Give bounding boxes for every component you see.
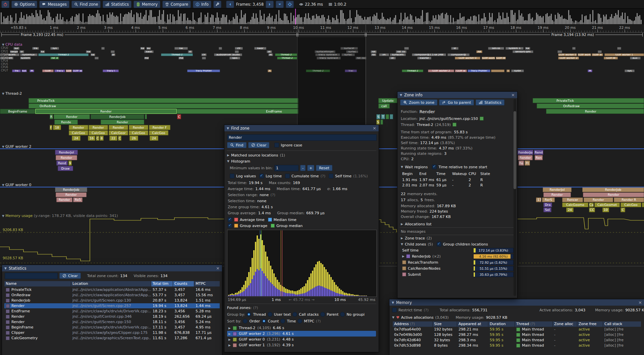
collapse-icon[interactable]: ▼ bbox=[227, 127, 229, 130]
zone-segment[interactable]: Render bbox=[101, 120, 144, 125]
stats-col-header[interactable]: Total tim bbox=[151, 281, 173, 286]
zone-segment[interactable]: C bbox=[96, 136, 99, 141]
zone-segment[interactable] bbox=[380, 120, 383, 125]
found-zone-group[interactable]: ▶GUIF worker 2(3,296)4.61 s bbox=[227, 331, 376, 337]
zone-segment[interactable]: OnRedraw bbox=[29, 103, 299, 108]
zone-segment[interactable]: GUIF w bbox=[592, 53, 603, 56]
zone-segment[interactable]: ka bbox=[40, 50, 45, 53]
radio-order[interactable] bbox=[243, 319, 248, 323]
memory-col-header[interactable]: Appeared at bbox=[457, 321, 488, 327]
zone-segment[interactable]: CalcGeomet bbox=[594, 203, 620, 207]
statistics-table-header[interactable]: NameLocationTotal timCountsMTPC bbox=[4, 281, 220, 286]
cpu-data-header[interactable]: ▼CPU data bbox=[2, 42, 22, 47]
zone-segment[interactable]: GUIF work bbox=[578, 53, 591, 56]
min-bin-input[interactable] bbox=[274, 165, 299, 171]
zone-segment[interactable]: Ca bbox=[589, 203, 594, 207]
zone-segment[interactable]: Render bbox=[54, 114, 90, 119]
zone-segment[interactable]: systemux- bbox=[20, 53, 38, 56]
close-icon[interactable]: × bbox=[216, 266, 220, 270]
zone-segment[interactable] bbox=[145, 114, 147, 119]
zone-segment[interactable] bbox=[111, 50, 115, 53]
thread-header-thread-2[interactable]: ▼Thread-2 bbox=[2, 91, 22, 96]
zone-segment[interactable]: composer@2.1-se [HW bbox=[412, 53, 446, 56]
zone-segment[interactable]: S bbox=[376, 120, 380, 125]
group-children-checkbox[interactable] bbox=[437, 242, 441, 247]
zone-segment[interactable]: Update bbox=[378, 98, 397, 103]
zone-segment[interactable]: Thread-2 bbox=[161, 53, 193, 56]
zone-segment[interactable]: rot_d bbox=[50, 57, 59, 59]
zone-segment[interactable]: GUIF-W bbox=[604, 57, 618, 59]
zone-segment[interactable]: Thread-2 bbox=[38, 53, 89, 56]
zone-segment[interactable]: GUIF wor bbox=[72, 70, 83, 72]
zone-segment[interactable]: Render bbox=[518, 155, 533, 160]
zone-segment[interactable] bbox=[404, 47, 409, 50]
child-zone-row[interactable]: Self time bbox=[402, 248, 419, 253]
table-row[interactable]: PrivateTickjni/../jni/src/claw/applicati… bbox=[4, 287, 220, 292]
table-row[interactable]: RenderJobjni/../jni/src/guif/Screen.cpp:… bbox=[4, 298, 220, 303]
found-zone-group[interactable]: ▶GUIF worker 0(3,231)4.48 s bbox=[227, 337, 376, 342]
child-zone-row[interactable]: Submit bbox=[402, 272, 421, 277]
zone-segment[interactable] bbox=[235, 50, 239, 53]
help-hint[interactable]: (?) bbox=[424, 308, 428, 312]
zone-segment[interactable]: kw bbox=[174, 47, 188, 50]
zone-segment[interactable]: ka bbox=[91, 53, 95, 56]
zone-segment[interactable]: RenderJol bbox=[543, 187, 572, 192]
expand-arrow[interactable]: ▶ bbox=[227, 153, 229, 157]
radio-call-stacks[interactable] bbox=[292, 312, 297, 317]
zone-segment[interactable]: PrivateTick bbox=[533, 98, 644, 103]
zone-segment[interactable]: GUIF worker 0 bbox=[455, 57, 480, 59]
stats-clear-button[interactable]: Clear bbox=[59, 273, 81, 279]
memory-col-header[interactable]: Zone alloc bbox=[553, 321, 577, 327]
table-row[interactable]: BeginFramejni/../jni/src/claw/gfx/drv/vk… bbox=[4, 325, 220, 330]
zone-segment[interactable] bbox=[219, 47, 222, 50]
zone-segment[interactable]: GUIF bbox=[42, 70, 54, 72]
zone-segment[interactable]: Tracy I bbox=[103, 70, 119, 72]
zone-segment[interactable]: RenderJo bbox=[517, 150, 533, 155]
zone-segment[interactable]: kw bbox=[86, 50, 91, 53]
zone-segment[interactable]: CalcGeome bbox=[562, 203, 588, 207]
zone-segment[interactable]: ka bbox=[140, 47, 145, 50]
zone-segment[interactable]: Render bbox=[35, 109, 177, 114]
zone-segment[interactable]: rot bbox=[371, 50, 377, 53]
zone-segment[interactable]: GUIF-W bbox=[496, 57, 506, 59]
wait-table-row[interactable]: 1.91 ms1.97 ms61 μs-2R bbox=[402, 178, 503, 182]
zone-segment[interactable]: et bbox=[268, 53, 273, 56]
zone-segment[interactable]: C bbox=[118, 136, 121, 141]
zone-segment[interactable] bbox=[617, 47, 621, 50]
filter-zones-input[interactable] bbox=[5, 273, 58, 279]
zone-segment[interactable]: aux- bbox=[630, 57, 641, 59]
find-zone-titlebar[interactable]: ▼ Find zone × bbox=[224, 125, 379, 131]
zone-segment[interactable]: CalcGeo bbox=[149, 130, 168, 135]
zone-segment[interactable]: Render bbox=[584, 197, 613, 202]
table-row[interactable]: Renderjni/../jni/src/guif/Screen.cpp:257… bbox=[4, 303, 220, 308]
collapse-arrow[interactable]: ▼ bbox=[401, 242, 403, 246]
collapse-arrow[interactable]: ▼ bbox=[227, 160, 229, 163]
close-icon[interactable]: × bbox=[511, 93, 515, 97]
zone-segment[interactable]: tra bbox=[32, 47, 39, 50]
collapse-arrow[interactable]: ▼ bbox=[392, 316, 394, 319]
zone-segment[interactable] bbox=[202, 57, 206, 59]
zone-segment[interactable] bbox=[557, 50, 562, 53]
close-icon[interactable]: × bbox=[373, 126, 376, 130]
collapse-arrow[interactable]: ▼ bbox=[401, 165, 403, 169]
zone-segment[interactable]: CalcGeo bbox=[69, 130, 88, 135]
memory-col-header[interactable]: Duration bbox=[488, 321, 515, 327]
zone-segment[interactable]: ot bbox=[389, 57, 396, 59]
zone-segment[interactable]: Tracy Profiler bbox=[468, 70, 490, 72]
zone-segment[interactable]: kworke bbox=[417, 57, 431, 59]
time-relative-checkbox[interactable] bbox=[432, 165, 437, 169]
zone-segment[interactable]: dr bbox=[111, 53, 115, 56]
zone-segment[interactable]: CC bbox=[589, 208, 595, 212]
stats-col-header[interactable]: Counts bbox=[173, 281, 194, 286]
zone-segment[interactable]: audioserver /audio bbox=[214, 53, 242, 56]
zone-segment[interactable]: BeginFrame bbox=[0, 109, 35, 114]
radio-parent[interactable] bbox=[320, 312, 325, 317]
memory-col-header[interactable]: Size bbox=[433, 321, 457, 327]
zone-segment[interactable]: Render R bbox=[614, 197, 644, 202]
zone-segment[interactable]: T bbox=[381, 114, 385, 119]
statistics-titlebar[interactable]: ▼ Statistics × bbox=[2, 265, 222, 271]
checkbox-log-time[interactable] bbox=[259, 174, 264, 178]
zone-segment[interactable]: 10 bbox=[602, 208, 609, 212]
allocations-table-header[interactable]: Address (?)SizeAppeared atDurationThread… bbox=[393, 321, 641, 327]
table-row[interactable]: Renderjni/../jni/src/guif/Control.cpp:34… bbox=[4, 314, 220, 319]
